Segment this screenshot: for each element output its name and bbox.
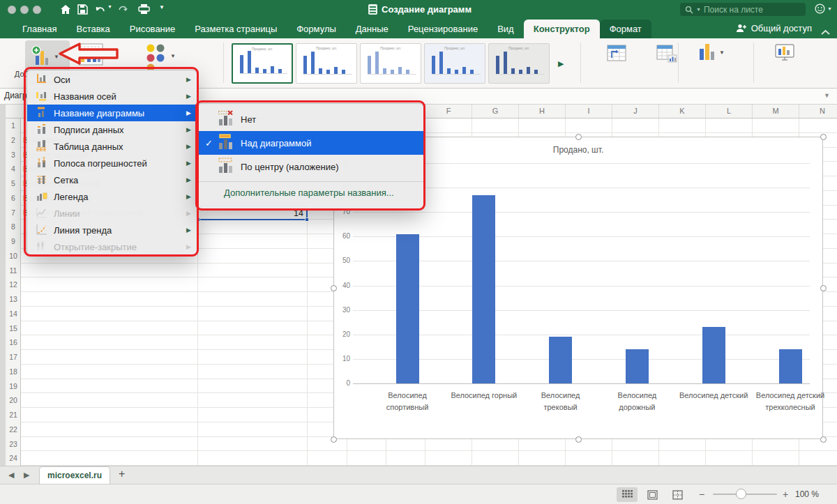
chart-selection-handle[interactable] [820, 436, 827, 443]
submenu-item-Нет[interactable]: Нет [198, 107, 423, 131]
undo-dropdown-icon[interactable]: ▼ [107, 4, 112, 9]
chart-selection-handle[interactable] [575, 134, 582, 140]
column-header-I[interactable]: I [565, 105, 612, 118]
row-header-13[interactable]: 13 [6, 295, 21, 303]
chart-selection-handle[interactable] [331, 285, 337, 291]
row-header-18[interactable]: 18 [6, 367, 21, 376]
column-header-L[interactable]: L [705, 105, 752, 118]
column-header-G[interactable]: G [472, 105, 518, 118]
chart-selection-handle[interactable] [820, 285, 827, 291]
tab-Разметка страницы[interactable]: Разметка страницы [185, 20, 287, 38]
menu-item-Легенда[interactable]: Легенда▶ [27, 188, 197, 205]
gallery-next-icon[interactable]: ▶ [558, 59, 564, 68]
chart-bar[interactable] [779, 349, 802, 383]
chart-style-thumbnail[interactable]: Продано, шт. [360, 43, 421, 84]
search-input[interactable]: ▼ Поиск на листе [680, 3, 806, 16]
column-header-J[interactable]: J [612, 105, 658, 118]
tab-Вид[interactable]: Вид [488, 20, 524, 38]
menu-item-Название диаграммы[interactable]: Название диаграммы▶ [27, 105, 197, 121]
zoom-in-button[interactable]: + [783, 489, 788, 500]
prev-sheet-icon[interactable]: ◀ [8, 471, 14, 480]
column-header-H[interactable]: H [518, 105, 565, 118]
select-data-button[interactable] [656, 43, 678, 63]
row-header-12[interactable]: 12 [6, 280, 21, 289]
column-header-F[interactable]: F [425, 105, 472, 118]
minimize-window-button[interactable] [20, 6, 29, 14]
chart-bar[interactable] [549, 337, 572, 383]
zoom-window-button[interactable] [33, 6, 41, 14]
submenu-footer-more-options[interactable]: Дополнительные параметры названия... [198, 181, 423, 203]
submenu-item-По центру (наложение)[interactable]: По центру (наложение) [198, 155, 423, 178]
row-header-11[interactable]: 11 [6, 266, 21, 275]
chart-style-thumbnail[interactable]: Продано, шт. [488, 43, 550, 84]
change-colors-button[interactable]: ▼ [143, 42, 176, 70]
tab-Формат[interactable]: Формат [600, 20, 651, 38]
toolbar-options-icon[interactable]: ▼ [159, 4, 165, 10]
tab-Данные[interactable]: Данные [346, 20, 398, 38]
chart-bar[interactable] [626, 349, 649, 383]
row-header-9[interactable]: 9 [6, 237, 21, 245]
tab-Рисование[interactable]: Рисование [120, 20, 185, 38]
row-header-7[interactable]: 7 [6, 208, 21, 217]
tab-Вставка[interactable]: Вставка [66, 20, 119, 38]
close-window-button[interactable] [8, 6, 16, 14]
tab-Главная[interactable]: Главная [13, 20, 66, 38]
menu-item-Подписи данных[interactable]: Подписи данных▶ [27, 121, 197, 138]
switch-row-column-button[interactable] [605, 43, 628, 63]
menu-item-Названия осей[interactable]: Названия осей▶ [27, 88, 197, 105]
menu-item-Линия тренда[interactable]: Линия тренда▶ [27, 222, 197, 238]
row-header-3[interactable]: 3 [6, 151, 21, 159]
move-chart-button[interactable] [773, 43, 797, 63]
chart-bar[interactable] [702, 327, 725, 383]
column-header-M[interactable]: M [752, 105, 799, 118]
submenu-item-Над диаграммой[interactable]: ✓Над диаграммой [198, 131, 423, 155]
add-sheet-icon[interactable]: + [119, 468, 125, 480]
row-header-2[interactable]: 2 [6, 136, 21, 144]
column-header-K[interactable]: K [658, 105, 705, 118]
chart-style-thumbnail[interactable]: Продано, шт. [424, 43, 485, 84]
zoom-out-button[interactable]: − [699, 489, 704, 500]
row-header-22[interactable]: 22 [6, 425, 21, 434]
chart-selection-handle[interactable] [331, 436, 337, 443]
normal-view-button[interactable] [617, 487, 638, 502]
page-layout-view-button[interactable] [642, 487, 663, 502]
page-break-view-button[interactable] [667, 487, 688, 502]
row-header-8[interactable]: 8 [6, 222, 21, 231]
row-header-23[interactable]: 23 [6, 440, 21, 448]
tab-Конструктор[interactable]: Конструктор [524, 20, 600, 38]
menu-item-Полоса погрешностей[interactable]: Полоса погрешностей▶ [27, 155, 197, 171]
row-header-24[interactable]: 24 [6, 454, 21, 462]
change-chart-type-button[interactable]: ▼ [698, 43, 725, 62]
row-header-5[interactable]: 5 [6, 179, 21, 188]
tab-Формулы[interactable]: Формулы [287, 20, 346, 38]
undo-icon[interactable] [95, 4, 106, 17]
share-button[interactable]: Общий доступ [736, 23, 812, 33]
row-header-6[interactable]: 6 [6, 194, 21, 202]
chart-selection-handle[interactable] [575, 436, 582, 443]
zoom-slider-knob[interactable] [736, 489, 746, 499]
row-header-19[interactable]: 19 [6, 382, 21, 390]
row-header-16[interactable]: 16 [6, 338, 21, 346]
row-header-14[interactable]: 14 [6, 310, 21, 318]
row-header-4[interactable]: 4 [6, 165, 21, 173]
row-header-10[interactable]: 10 [6, 252, 21, 260]
formula-bar-chevron-icon[interactable]: ▼ [824, 92, 830, 99]
chart-bar[interactable] [472, 195, 495, 383]
row-header-17[interactable]: 17 [6, 353, 21, 361]
chart-bar[interactable] [396, 234, 419, 383]
save-icon[interactable] [77, 4, 88, 17]
column-header-N[interactable]: N [799, 105, 837, 118]
feedback-smiley-icon[interactable]: ▼ [815, 3, 832, 14]
chart-selection-handle[interactable] [820, 134, 827, 140]
menu-item-Сетка[interactable]: Сетка▶ [27, 171, 197, 188]
redo-icon[interactable] [117, 4, 128, 17]
row-header-15[interactable]: 15 [6, 324, 21, 333]
menu-item-Оси[interactable]: Оси▶ [27, 71, 197, 88]
print-icon[interactable] [138, 4, 150, 17]
tab-Рецензирование[interactable]: Рецензирование [398, 20, 488, 38]
row-header-1[interactable]: 1 [6, 121, 21, 130]
next-sheet-icon[interactable]: ▶ [24, 471, 29, 480]
sheet-tab[interactable]: microexcel.ru [39, 466, 110, 484]
home-icon[interactable] [60, 4, 71, 17]
chart-style-thumbnail[interactable]: Продано, шт. [296, 43, 357, 84]
